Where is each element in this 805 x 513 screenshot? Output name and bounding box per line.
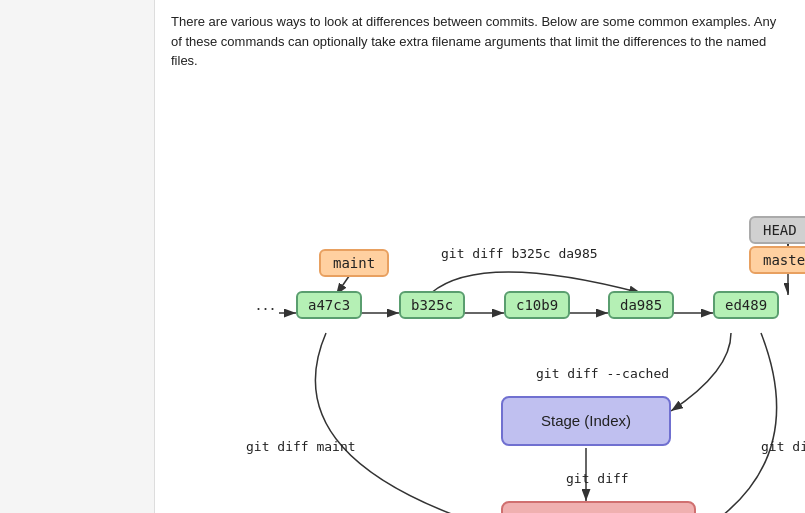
diagram-area: ··· a47c3 b325c c10b9 da985 ed489 maint xyxy=(171,81,789,514)
intro-text: There are various ways to look at differ… xyxy=(171,12,789,71)
commit-a47c3: a47c3 xyxy=(296,291,362,319)
commit-b325c: b325c xyxy=(399,291,465,319)
branch-master: master xyxy=(749,246,805,274)
head-label: HEAD xyxy=(749,216,805,244)
cmd-diff-maint: git diff maint xyxy=(246,439,356,454)
page-container: There are various ways to look at differ… xyxy=(0,0,805,513)
main-content: There are various ways to look at differ… xyxy=(155,0,805,513)
stage-box: Stage (Index) xyxy=(501,396,671,446)
cmd-diff: git diff xyxy=(566,471,629,486)
commit-c10b9: c10b9 xyxy=(504,291,570,319)
commit-ed489: ed489 xyxy=(713,291,779,319)
cmd-diff-head: git diff HEAD xyxy=(761,439,805,454)
cmd-diff-b325c-da985: git diff b325c da985 xyxy=(441,246,598,261)
sidebar xyxy=(0,0,155,513)
commit-da985: da985 xyxy=(608,291,674,319)
working-dir-box: Working Directory xyxy=(501,501,696,514)
cmd-diff-cached: git diff --cached xyxy=(536,366,669,381)
ellipsis: ··· xyxy=(256,298,277,319)
branch-maint: maint xyxy=(319,249,389,277)
